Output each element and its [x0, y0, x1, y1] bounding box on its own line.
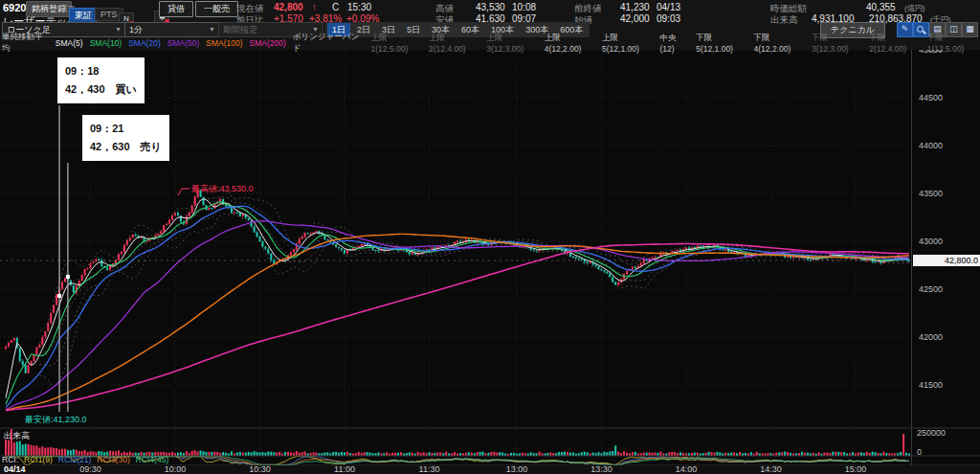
price-axis[interactable]: 4500044500440004350043000425004200041500… — [917, 50, 946, 457]
chevron-down-icon: ▼ — [115, 23, 122, 36]
margin-button[interactable]: 貸借 — [159, 1, 193, 17]
svg-text:04/14: 04/14 — [4, 464, 26, 474]
rci-legend-1[interactable]: RCI1(9) — [24, 455, 53, 464]
market-cap-unit: (億円) — [904, 3, 924, 13]
svg-text:14:00: 14:00 — [676, 464, 698, 474]
svg-text:43500: 43500 — [919, 189, 943, 198]
indicator-legend: 単純移動平均SMA(5)SMA(10)SMA(20)SMA(50)SMA(100… — [2, 36, 978, 49]
general-sell-button[interactable]: 一般売 — [195, 1, 238, 17]
volume-pane-title: 出来高 — [4, 430, 30, 442]
sma-legend-SMA(200)[interactable]: SMA(200) — [250, 38, 286, 48]
trade-side: 売り — [141, 141, 162, 152]
sma-legend-SMA(50)[interactable]: SMA(50) — [167, 38, 200, 48]
svg-text:42500: 42500 — [919, 284, 943, 294]
trade-callout-buy: 09：18 42，430 買い — [57, 57, 145, 103]
rci-title: RCI: — [2, 455, 18, 464]
chevron-down-icon: ▼ — [209, 23, 215, 36]
svg-text:10:00: 10:00 — [165, 464, 187, 474]
price-chart[interactable]: 4500044500440004350043000425004200041500… — [0, 50, 980, 474]
rci-legend-3[interactable]: RCI3(30) — [97, 455, 129, 464]
svg-text:45000: 45000 — [919, 50, 943, 55]
candlestick-series — [5, 190, 910, 372]
svg-text:43000: 43000 — [919, 237, 943, 246]
svg-text:0: 0 — [917, 447, 922, 457]
current-price-value: 42,800 — [274, 2, 303, 12]
volume-label: 出来高 — [770, 14, 798, 27]
svg-text:13:30: 13:30 — [590, 464, 612, 474]
range-picker-value: 期間指定 — [223, 23, 257, 36]
sma-lines — [6, 199, 909, 411]
sma-legend-SMA(100)[interactable]: SMA(100) — [206, 38, 242, 48]
svg-text:41500: 41500 — [919, 380, 943, 390]
sma-legend-SMA(5)[interactable]: SMA(5) — [56, 38, 83, 48]
market-cap-value: 40,355 — [866, 2, 896, 12]
trade-time: 09：21 — [90, 123, 123, 134]
rci-legend: RCI:RCI1(9)RCI2(21)RCI3(30)RCI4(45) — [2, 455, 168, 464]
svg-text:09:30: 09:30 — [79, 464, 101, 474]
current-time: 15:30 — [347, 2, 371, 12]
svg-text:250000: 250000 — [917, 428, 946, 438]
chart-window: 6920 銘柄登録 東P レーザーテック 東証 PTS N 貸借 一般売 現在値… — [0, 0, 980, 474]
trade-markers — [57, 105, 70, 412]
bollinger-bands — [39, 189, 909, 385]
trade-time: 09：18 — [65, 65, 99, 77]
rci-legend-4[interactable]: RCI4(45) — [136, 455, 168, 464]
high-value: 43,530 — [476, 2, 505, 12]
sma-legend-SMA(20)[interactable]: SMA(20) — [128, 38, 161, 48]
trade-callout-sell: 09：21 42，630 売り — [82, 115, 169, 161]
session-high-marker: 最高値:43,530.0 — [191, 183, 254, 195]
svg-text:11:30: 11:30 — [419, 464, 440, 474]
svg-text:14:30: 14:30 — [760, 464, 782, 474]
current-price-tag: 42,800.0 — [913, 255, 980, 266]
trade-price: 42，430 — [65, 83, 105, 95]
svg-text:13:00: 13:00 — [506, 464, 528, 474]
interval-select[interactable]: 1分 ▼ — [124, 22, 220, 37]
svg-text:44000: 44000 — [919, 141, 943, 150]
trade-side: 買い — [116, 83, 137, 95]
open-value: 42,000 — [620, 13, 650, 24]
high-time: 10:08 — [512, 2, 536, 12]
header: 6920 銘柄登録 東P レーザーテック 東証 PTS N 貸借 一般売 現在値… — [0, 0, 980, 50]
sma-legend-SMA(10)[interactable]: SMA(10) — [90, 38, 122, 48]
session-low-marker: 最安値:41,230.0 — [25, 414, 87, 426]
prev-close-date: 04/13 — [657, 2, 680, 12]
close-flag: C — [332, 2, 339, 12]
stock-code: 6920 — [3, 2, 26, 13]
price-up-arrow: ↑ — [312, 2, 317, 12]
prev-close-value: 41,230 — [620, 2, 650, 12]
svg-text:10:30: 10:30 — [249, 464, 271, 474]
svg-text:15:00: 15:00 — [845, 464, 867, 474]
high-marker-tick — [178, 189, 189, 195]
svg-text:11:00: 11:00 — [334, 464, 355, 474]
interval-value: 1分 — [129, 23, 143, 36]
trade-price: 42，630 — [90, 141, 130, 152]
svg-text:42000: 42000 — [919, 332, 943, 342]
volume-bars — [5, 429, 910, 456]
svg-text:44500: 44500 — [919, 93, 943, 102]
rci-legend-2[interactable]: RCI2(21) — [58, 455, 91, 464]
open-time: 09:03 — [657, 13, 680, 24]
